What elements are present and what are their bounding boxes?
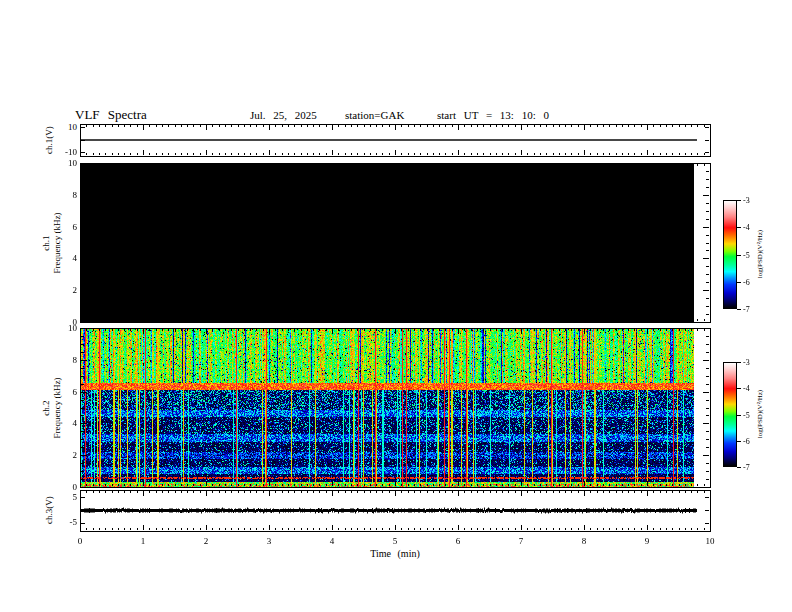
x-tick-mark [414,484,415,486]
x-tick-mark [597,528,598,530]
x-tick-mark [616,164,617,166]
x-tick-mark [124,153,125,155]
x-tick-mark [452,164,453,166]
x-tick-mark [477,164,478,166]
y-tick-mark [705,127,709,128]
x-tick-mark [439,125,440,127]
x-tick-mark [515,125,516,127]
x-tick-mark [628,125,629,127]
x-tick-mark [193,319,194,321]
x-tick-mark [244,125,245,127]
x-tick-mark [93,319,94,321]
x-tick-mark [212,484,213,486]
x-tick-mark [112,125,113,127]
x-tick-mark [521,491,522,496]
x-tick-mark [483,153,484,155]
x-tick-mark [521,481,522,486]
x-tick-mark [641,528,642,530]
x-tick-mark [395,316,396,321]
x-tick-mark [269,525,270,530]
x-tick-mark [540,153,541,155]
x-tick-mark [301,153,302,155]
x-tick-mark [187,329,188,331]
x-tick-mark [294,153,295,155]
x-tick-mark [93,125,94,127]
x-tick-mark [427,329,428,331]
x-tick-mark [212,329,213,331]
x-tick-mark [496,153,497,155]
x-tick-mark [162,153,163,155]
y-tick-mark [706,274,709,275]
x-tick-mark [691,491,692,493]
x-tick-mark [256,528,257,530]
x-tick-mark [616,319,617,321]
x-tick-mark [597,164,598,166]
page-title: VLF Spectra [75,107,147,123]
x-tick-mark [508,153,509,155]
x-tick-mark [672,484,673,486]
x-tick-mark [710,150,711,155]
x-tick-mark [395,481,396,486]
x-tick-mark [609,329,610,331]
y-tick-mark [706,439,709,440]
x-tick-mark [420,153,421,155]
y-tick-mark [706,171,709,172]
x-tick-mark [112,153,113,155]
y-tick-mark [706,266,709,267]
x-tick-mark [546,491,547,493]
x-tick-mark [181,125,182,127]
x-tick-mark [301,491,302,493]
x-tick-mark [105,528,106,530]
x-tick-mark [414,125,415,127]
x-tick-mark [319,491,320,493]
x-tick-mark [332,481,333,486]
x-tick-mark [238,164,239,166]
x-tick-mark [99,153,100,155]
x-tick-mark [212,319,213,321]
x-tick-mark [508,125,509,127]
x-tick-mark [307,491,308,493]
x-tick-mark [685,528,686,530]
x-tick-mark [181,329,182,331]
x-tick-mark [647,125,648,130]
x-tick-mark [565,153,566,155]
x-tick-mark [162,484,163,486]
x-tick-label: 2 [194,536,218,546]
x-tick-mark [628,319,629,321]
x-tick-mark [80,329,81,334]
x-tick-mark [502,153,503,155]
x-tick-mark [294,484,295,486]
x-tick-mark [238,153,239,155]
x-tick-mark [313,329,314,331]
x-tick-mark [338,164,339,166]
x-tick-mark [534,164,535,166]
x-tick-mark [93,153,94,155]
colorbar-tick-label: -3 [743,358,750,367]
x-tick-mark [622,125,623,127]
x-tick-mark [225,491,226,493]
x-tick-mark [414,528,415,530]
x-tick-mark [244,528,245,530]
x-tick-mark [408,528,409,530]
x-tick-mark [710,329,711,334]
x-tick-mark [187,484,188,486]
x-tick-mark [395,329,396,334]
x-tick-mark [238,319,239,321]
x-tick-mark [130,125,131,127]
x-tick-mark [496,164,497,166]
x-tick-mark [408,484,409,486]
x-tick-mark [508,528,509,530]
x-tick-mark [225,329,226,331]
x-tick-mark [672,329,673,331]
x-tick-mark [345,528,346,530]
x-tick-mark [427,528,428,530]
x-tick-mark [458,150,459,155]
y-tick-mark [81,408,84,409]
x-tick-mark [149,153,150,155]
y-tick-mark [81,227,87,228]
x-tick-mark [597,491,598,493]
x-tick-mark [307,164,308,166]
x-tick-mark [584,491,585,496]
colorbar-tick-mark [737,415,741,416]
x-tick-mark [464,484,465,486]
